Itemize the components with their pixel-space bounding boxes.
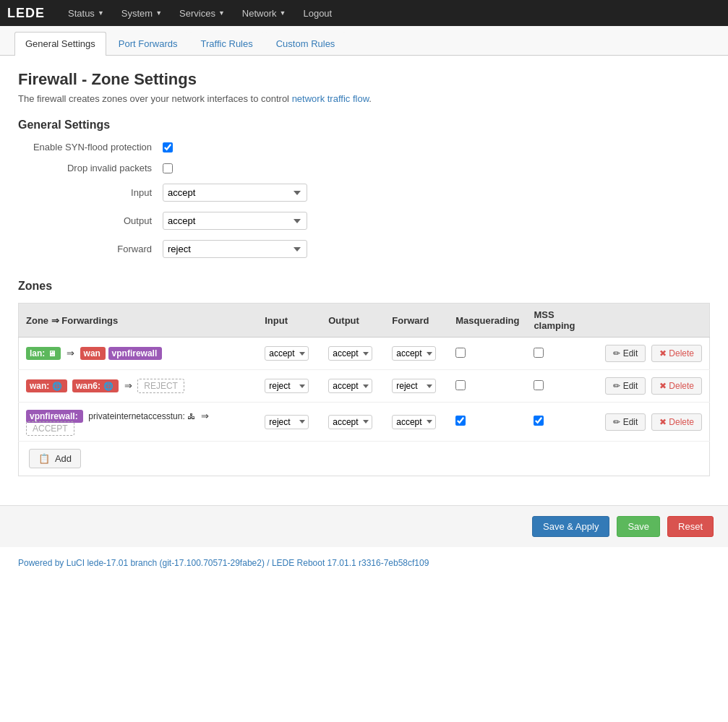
lan-input-cell: acceptdropreject [257, 338, 321, 370]
col-forward: Forward [385, 304, 448, 338]
nav-logout[interactable]: Logout [294, 0, 341, 26]
zone-cell-lan: lan: 🖥 ⇒ wan vpnfirewall [19, 338, 258, 370]
wan-forward-cell: acceptdropreject [385, 370, 448, 403]
lan-mss-checkbox[interactable] [534, 348, 544, 358]
zone-row-lan: lan: 🖥 ⇒ wan vpnfirewall acceptdroprejec… [19, 338, 710, 370]
nav-system-arrow: ▼ [155, 9, 162, 17]
zone-cell-vpn: vpnfirewall: privateinternetaccesstun: 🖧… [19, 403, 258, 442]
lan-forward-cell: acceptdropreject [385, 338, 448, 370]
drop-invalid-checkbox[interactable] [163, 163, 173, 173]
output-row: Output accept drop reject [18, 212, 710, 230]
drop-invalid-row: Drop invalid packets [18, 163, 710, 173]
page-title: Firewall - Zone Settings [18, 70, 710, 89]
lan-delete-button[interactable]: ✖ Delete [651, 345, 702, 362]
input-row: Input accept drop reject [18, 184, 710, 202]
wan-edit-button[interactable]: ✏ Edit [605, 377, 646, 395]
lan-forward-select[interactable]: acceptdropreject [392, 346, 436, 361]
vpn-masq-checkbox[interactable] [455, 416, 466, 426]
nav-system[interactable]: System ▼ [113, 0, 171, 26]
input-label: Input [18, 187, 163, 198]
wan6-icon: 🌐 [103, 382, 114, 391]
tabs-container: General Settings Port Forwards Traffic R… [0, 26, 728, 56]
pencil-icon: ✏ [613, 348, 620, 358]
lan-arrow: ⇒ [67, 348, 74, 358]
vpn-output-select[interactable]: acceptdropreject [328, 415, 372, 429]
zones-add-row: 📋 Add [19, 442, 710, 476]
syn-flood-checkbox[interactable] [163, 142, 173, 152]
output-label: Output [18, 215, 163, 226]
add-zone-button[interactable]: 📋 Add [29, 449, 81, 468]
lan-mss-cell [526, 338, 595, 370]
nav-status-arrow: ▼ [98, 9, 104, 17]
wan-mss-checkbox[interactable] [534, 380, 544, 390]
col-actions [595, 304, 709, 338]
col-input: Input [257, 304, 321, 338]
nav-network[interactable]: Network ▼ [234, 0, 295, 26]
lan-output-select[interactable]: acceptdropreject [328, 346, 372, 361]
wan-label: wan: [30, 381, 49, 391]
luci-footer-link[interactable]: Powered by LuCI lede-17.01 branch (git-1… [18, 558, 429, 568]
vpn-mss-cell [526, 403, 595, 442]
vpn-actions-cell: ✏ Edit ✖ Delete [595, 403, 709, 442]
vpn-input-select[interactable]: acceptdropreject [265, 415, 309, 429]
tab-traffic-rules[interactable]: Traffic Rules [189, 32, 263, 55]
vpn-masq-cell [448, 403, 526, 442]
vpn-output-cell: acceptdropreject [321, 403, 385, 442]
wan-actions-cell: ✏ Edit ✖ Delete [595, 370, 709, 403]
zones-add-cell: 📋 Add [19, 442, 710, 476]
vpn-forward-cell: acceptdropreject [385, 403, 448, 442]
lan-masq-checkbox[interactable] [455, 348, 466, 358]
tab-custom-rules[interactable]: Custom Rules [265, 32, 346, 55]
wan-input-select[interactable]: acceptdropreject [265, 379, 309, 393]
save-apply-button[interactable]: Save & Apply [532, 516, 609, 537]
vpn-delete-button[interactable]: ✖ Delete [651, 413, 702, 431]
zone-cell-wan: wan: 🌐 wan6: 🌐 ⇒ REJECT [19, 370, 258, 403]
wan-masq-checkbox[interactable] [455, 380, 466, 390]
wan-zone-badge: wan: 🌐 [26, 379, 67, 392]
nav-services[interactable]: Services ▼ [171, 0, 234, 26]
save-button[interactable]: Save [617, 516, 660, 537]
footer-actions: Save & Apply Save Reset [0, 505, 728, 547]
col-masquerading: Masquerading [448, 304, 526, 338]
wan-input-cell: acceptdropreject [257, 370, 321, 403]
nav-network-arrow: ▼ [280, 9, 286, 17]
vpn-mss-checkbox[interactable] [534, 416, 544, 426]
lan-edit-button[interactable]: ✏ Edit [605, 345, 646, 362]
main-content: Firewall - Zone Settings The firewall cr… [0, 56, 728, 491]
wan-delete-button[interactable]: ✖ Delete [651, 377, 702, 395]
vpn-delete-icon: ✖ [659, 417, 667, 427]
tab-port-forwards[interactable]: Port Forwards [108, 32, 189, 55]
page-footer: Powered by LuCI lede-17.01 branch (git-1… [0, 547, 728, 579]
lan-actions-cell: ✏ Edit ✖ Delete [595, 338, 709, 370]
general-settings-title: General Settings [18, 119, 710, 132]
page-description: The firewall creates zones over your net… [18, 93, 710, 104]
zone-row-wan: wan: 🌐 wan6: 🌐 ⇒ REJECT acceptdropreject [19, 370, 710, 403]
wan-mss-cell [526, 370, 595, 403]
wan-delete-icon: ✖ [659, 381, 667, 391]
vpn-edit-button[interactable]: ✏ Edit [605, 413, 646, 431]
wan-icon: 🌐 [52, 382, 62, 391]
col-output: Output [321, 304, 385, 338]
syn-flood-row: Enable SYN-flood protection [18, 142, 710, 152]
network-traffic-link[interactable]: network traffic flow [292, 93, 369, 104]
nav-status[interactable]: Status ▼ [59, 0, 113, 26]
lan-zone-badge: lan: 🖥 [26, 347, 61, 360]
reset-button[interactable]: Reset [667, 516, 714, 537]
vpn-iface-icon: 🖧 [187, 412, 195, 421]
input-select[interactable]: accept drop reject [163, 184, 307, 202]
brand-logo: LEDE [7, 6, 45, 21]
zones-title: Zones [18, 280, 710, 293]
vpn-forward-select[interactable]: acceptdropreject [392, 415, 436, 429]
syn-flood-label: Enable SYN-flood protection [18, 142, 163, 152]
vpn-input-cell: acceptdropreject [257, 403, 321, 442]
drop-invalid-label: Drop invalid packets [18, 163, 163, 173]
forward-row: Forward accept drop reject [18, 240, 710, 258]
vpn-label: vpnfirewall: [30, 411, 78, 421]
col-mss: MSS clamping [526, 304, 595, 338]
wan-forward-select[interactable]: acceptdropreject [392, 379, 436, 393]
wan-output-select[interactable]: acceptdropreject [328, 379, 372, 393]
lan-input-select[interactable]: acceptdropreject [265, 346, 309, 361]
tab-general-settings[interactable]: General Settings [14, 32, 106, 56]
forward-select[interactable]: accept drop reject [163, 240, 307, 258]
output-select[interactable]: accept drop reject [163, 212, 307, 230]
